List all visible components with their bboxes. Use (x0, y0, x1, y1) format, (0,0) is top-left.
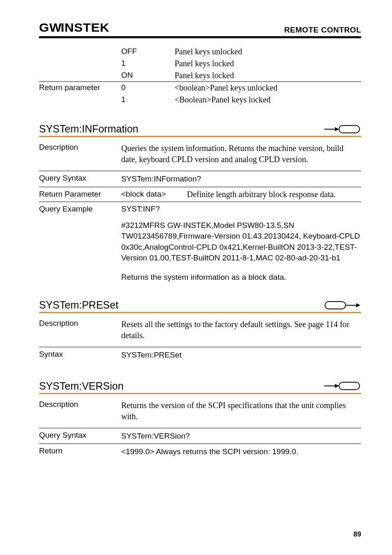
description-row: Description Queries the system informati… (39, 137, 361, 171)
example-note: Returns the system information as a bloc… (121, 273, 361, 282)
syntax-row: Syntax SYSTem:PRESet (39, 347, 361, 363)
return-mid: <block data> (121, 190, 187, 199)
return-parameter-inner: <block data> Definite length arbitrary b… (121, 190, 361, 199)
row-label: Description (39, 319, 121, 341)
return-row: Return <1999.0> Always returns the SCPI … (39, 444, 361, 460)
param-val: Panel keys locked (175, 58, 361, 70)
section-header-information: SYSTem:INFormation (39, 123, 361, 135)
section-title: SYSTem:VERSion (39, 380, 124, 392)
table-row: 1 <Boolean>Panel keys locked (39, 94, 361, 106)
query-arrow-icon (324, 125, 361, 134)
description-row: Description Resets all the settings to t… (39, 313, 361, 347)
table-row: Return parameter 0 <boolean>Panel keys u… (39, 82, 361, 94)
return-value: <1999.0> Always returns the SCPI version… (121, 446, 361, 457)
section-title: SYSTem:PRESet (39, 299, 118, 311)
table-row: OFF Panel keys unlocked (39, 46, 361, 58)
syntax-value: SYSTem:PRESet (121, 350, 361, 360)
param-key: OFF (121, 46, 175, 58)
svg-marker-7 (335, 384, 339, 388)
svg-marker-1 (335, 127, 339, 131)
row-label: Query Syntax (39, 431, 121, 441)
query-syntax-row: Query Syntax SYSTem:INFormation? (39, 171, 361, 187)
svg-rect-3 (325, 302, 346, 309)
query-syntax-value: SYSTem:INFormation? (121, 174, 361, 184)
query-syntax-value: SYSTem:VERSion? (121, 431, 361, 441)
return-parameter-row: Return Parameter <block data> Definite l… (39, 187, 361, 202)
param-key: 1 (121, 58, 175, 70)
query-syntax-row: Query Syntax SYSTem:VERSion? (39, 428, 361, 444)
return-val: Definite length arbitrary block response… (187, 190, 361, 199)
header-title: REMOTE CONTROL (284, 26, 362, 35)
description-text: Resets all the settings to the factory d… (121, 319, 361, 341)
param-key: ON (121, 70, 175, 82)
section-header-preset: SYSTem:PRESet (39, 299, 361, 311)
row-label: Query Example (39, 204, 121, 282)
svg-marker-5 (356, 303, 360, 307)
param-table: OFF Panel keys unlocked 1 Panel keys loc… (39, 46, 361, 106)
param-val: Panel keys unlocked (175, 46, 361, 58)
page-number: 89 (353, 530, 361, 539)
description-row: Description Returns the version of the S… (39, 394, 361, 428)
table-row: ON Panel keys locked (39, 70, 361, 82)
row-label: Description (39, 143, 121, 165)
row-label: Return (39, 446, 121, 457)
svg-rect-8 (339, 382, 360, 390)
page-header: GWINSTEK REMOTE CONTROL (39, 21, 361, 35)
brand-logo: GWINSTEK (39, 21, 109, 35)
query-arrow-icon (324, 381, 361, 390)
row-label: Syntax (39, 350, 121, 360)
section-header-version: SYSTem:VERSion (39, 380, 361, 392)
description-text: Returns the version of the SCPI specific… (121, 400, 361, 422)
query-example-row: Query Example SYST:INF? #3212MFRS GW-INS… (39, 202, 361, 282)
param-val: <boolean>Panel keys unlocked (175, 82, 361, 94)
param-val: <Boolean>Panel keys locked (175, 94, 361, 106)
row-label: Return Parameter (39, 190, 121, 199)
description-text: Queries the system information. Returns … (121, 143, 361, 165)
param-val: Panel keys locked (175, 70, 361, 82)
return-param-label: Return parameter (39, 82, 121, 94)
row-label: Description (39, 400, 121, 422)
query-example-cmd: SYST:INF? (121, 204, 361, 214)
svg-rect-2 (339, 125, 360, 133)
header-rule (39, 36, 361, 38)
param-key: 1 (121, 94, 175, 106)
row-label: Query Syntax (39, 174, 121, 184)
param-key: 0 (121, 82, 175, 94)
section-title: SYSTem:INFormation (39, 123, 138, 135)
table-row: 1 Panel keys locked (39, 58, 361, 70)
example-response: #3212MFRS GW-INSTEK,Model PSW80-13.5,SN … (121, 220, 361, 264)
set-arrow-icon (324, 301, 361, 310)
